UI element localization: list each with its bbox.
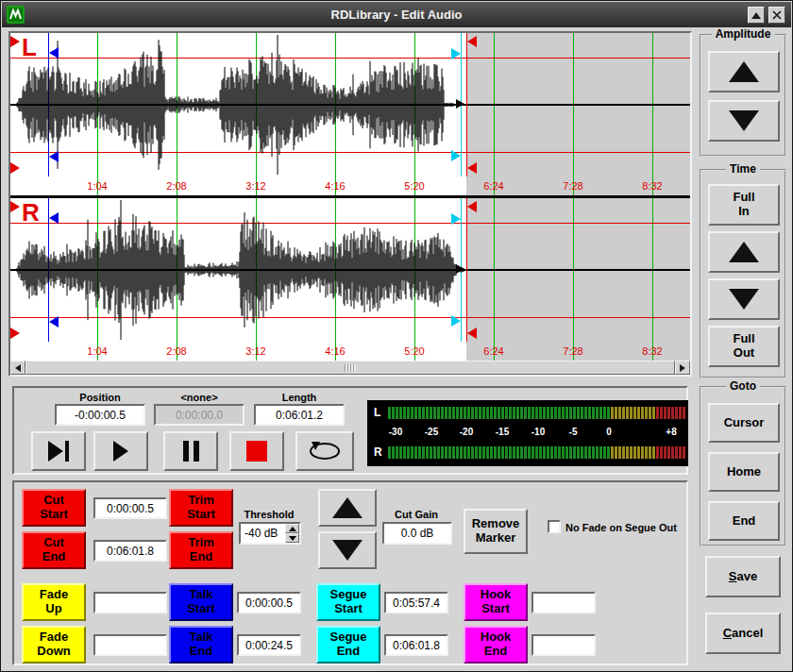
meter-scale-label: -25 [418,427,445,437]
trim-end-button[interactable]: Trim End [169,531,233,569]
stop-button[interactable] [229,431,284,471]
waveform-left-channel[interactable]: 1:042:083:124:165:206:247:288:32L [10,33,690,195]
length-label: Length [254,392,345,403]
no-fade-label: No Fade on Segue Out [565,522,677,533]
time-label: 5:20 [396,180,433,192]
play-icon [113,441,128,462]
scroll-left-button[interactable] [10,361,25,375]
titlebar[interactable]: RDLibrary - Edit Audio [2,2,791,27]
shade-window-button[interactable] [748,7,765,24]
segue-start-field[interactable] [384,592,448,613]
time-label: 1:04 [78,180,116,192]
talk-start-button[interactable]: Talk Start [169,583,233,621]
segue-start-marker [451,150,461,161]
position-label: Position [55,392,145,403]
scroll-right-button[interactable] [675,361,690,375]
window-title: RDLibrary - Edit Audio [2,8,791,22]
pause-button[interactable] [163,431,218,471]
time-zoom-out-button[interactable] [708,278,780,320]
no-fade-checkbox[interactable] [548,520,561,533]
scroll-slider[interactable] [25,361,675,375]
hook-end-field[interactable] [531,634,596,656]
full-out-button[interactable]: Full Out [708,326,780,367]
meter-scale: -30-25-20-15-10-50+8 [388,427,686,438]
shade-icon [751,12,761,19]
length-field[interactable] [254,404,345,426]
threshold-spin-down-button[interactable] [285,533,299,543]
talk-end-button[interactable]: Talk End [169,626,233,664]
waveform-scrollbar[interactable] [10,361,690,375]
time-label: 2:08 [158,180,195,192]
scroll-grip-icon [345,364,356,371]
fade-up-field[interactable] [93,592,167,613]
goto-group: Goto Cursor Home End [700,386,786,546]
amplitude-group: Amplitude [700,34,786,157]
transport-panel: Position <none> Length L [12,386,688,475]
amplitude-up-button[interactable] [708,51,780,92]
talk-end-marker [49,47,59,59]
close-window-button[interactable] [768,7,785,24]
hook-start-button[interactable]: Hook Start [464,583,528,621]
cut-end-marker [467,162,477,174]
cut-end-field[interactable] [93,540,167,562]
segue-end-button[interactable]: Segue End [316,626,380,664]
cut-start-button[interactable]: Cut Start [22,489,86,527]
threshold-spin-up-button[interactable] [285,524,299,533]
segue-end-field[interactable] [384,634,448,656]
cut-end-button[interactable]: Cut End [22,531,86,569]
waveform-R [10,198,690,342]
up-arrow-icon [332,497,363,518]
threshold-value: -40 dB [245,527,278,540]
play-button[interactable] [93,431,148,471]
cancel-button[interactable]: Cancel [705,613,781,654]
meter-scale-label: 0 [596,427,622,437]
fade-up-button[interactable]: Fade Up [22,583,86,621]
play-from-start-button[interactable] [31,431,86,471]
cut-start-marker [10,36,20,47]
fade-down-field[interactable] [93,634,167,656]
trim-start-button[interactable]: Trim Start [169,489,233,527]
hook-end-button[interactable]: Hook End [464,626,528,664]
talk-end-field[interactable] [237,634,301,656]
meter-left-bar [388,407,686,419]
fade-down-button[interactable]: Fade Down [22,626,86,664]
audio-level-meter: L -30-25-20-15-10-50+8 R [367,400,688,466]
meter-scale-label: -5 [560,427,586,437]
gain-down-button[interactable] [318,531,377,569]
goto-cursor-button[interactable]: Cursor [708,403,780,443]
amplitude-down-button[interactable] [708,100,780,142]
markers-panel: Cut Start Cut End Trim Start Trim End Th… [12,480,688,665]
segue-start-button[interactable]: Segue Start [316,583,380,621]
spin-down-icon [289,536,296,541]
cut-gain-field[interactable] [382,522,452,545]
loop-button[interactable] [295,431,354,471]
save-button[interactable]: Save [705,556,781,597]
time-label: 3:12 [237,180,275,192]
talk-end-marker [49,151,59,162]
meter-right-label: R [374,445,382,459]
goto-home-button[interactable]: Home [708,452,780,492]
cut-start-marker [10,328,20,339]
down-arrow-icon [729,289,759,310]
waveform-display[interactable]: 1:042:083:124:165:206:247:288:32L 1:042:… [8,31,692,377]
waveform-right-channel[interactable]: 1:042:083:124:165:206:247:288:32R [10,198,690,361]
time-zoom-in-button[interactable] [708,231,780,273]
threshold-spin-buttons [285,524,299,543]
cut-end-marker [467,201,477,212]
time-label: 8:32 [633,345,671,357]
down-arrow-icon [729,110,759,131]
threshold-spinbox[interactable]: -40 dB [239,522,301,545]
marker-name-label: <none> [154,392,245,403]
cut-start-field[interactable] [93,497,167,519]
hook-start-field[interactable] [531,592,596,613]
pause-icon [183,441,199,462]
time-group-title: Time [726,162,760,176]
position-field[interactable] [55,404,145,426]
time-label: 7:28 [554,345,592,357]
gain-up-button[interactable] [318,489,377,527]
talk-start-field[interactable] [237,592,301,613]
full-in-button[interactable]: Full In [708,184,780,226]
audio-end-pointer [456,99,464,109]
remove-marker-button[interactable]: Remove Marker [464,509,528,554]
goto-end-button[interactable]: End [708,501,780,541]
